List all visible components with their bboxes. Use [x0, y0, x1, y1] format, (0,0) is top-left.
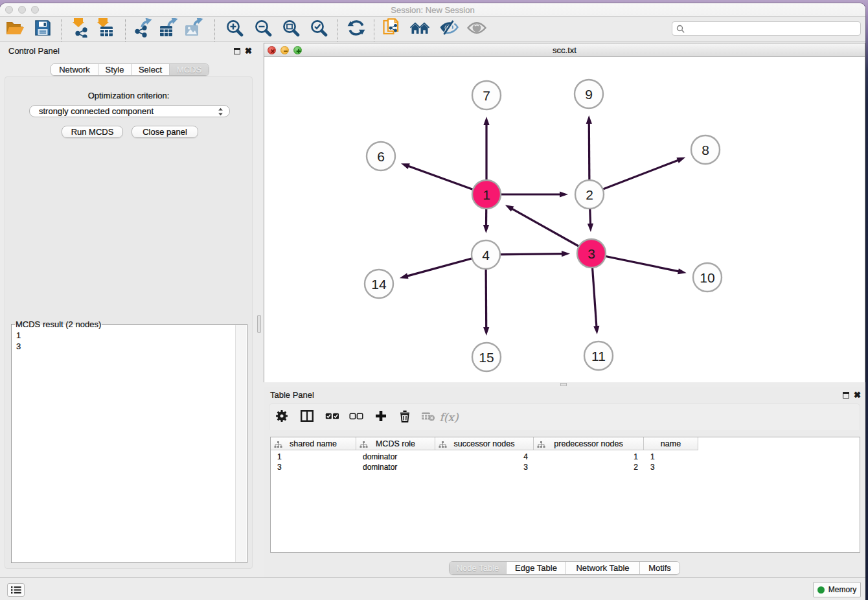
function-builder-icon: f(x) [439, 412, 458, 423]
control-panel: Control Panel ✖ NetworkStyleSelectMCDS O… [0, 42, 255, 577]
graph-node-label-9: 9 [585, 87, 593, 102]
table-panel-float-button[interactable] [843, 392, 849, 398]
tab-motifs[interactable]: Motifs [640, 562, 680, 574]
select-all-icon [325, 411, 339, 422]
main-toolbar [0, 17, 865, 42]
toolbar-separator [337, 19, 338, 41]
horizontal-splitter[interactable] [264, 382, 863, 387]
run-mcds-button[interactable]: Run MCDS [62, 126, 123, 138]
edge-arrow-3-10 [678, 268, 687, 274]
zoom-fit-icon [282, 28, 300, 39]
export-image-button[interactable] [183, 18, 204, 40]
export-network-button[interactable] [133, 18, 154, 40]
refresh-button[interactable] [347, 19, 366, 40]
deselect-all-button[interactable] [349, 411, 363, 423]
list-icon [11, 586, 21, 594]
import-table-icon [95, 29, 115, 40]
tab-style[interactable]: Style [98, 64, 131, 75]
edge-arrow-2-3 [588, 224, 593, 232]
mcds-result-list[interactable]: 13 [12, 330, 236, 562]
settings-button[interactable] [275, 410, 288, 425]
toolbar-separator [374, 19, 374, 41]
search-input[interactable] [688, 23, 856, 34]
network-window-title: scc.txt [264, 45, 865, 55]
zoom-fit-button[interactable] [282, 19, 300, 40]
add-row-button[interactable] [375, 410, 387, 424]
memory-button[interactable]: Memory [813, 582, 861, 597]
tab-select[interactable]: Select [131, 64, 170, 75]
memory-label: Memory [828, 585, 856, 594]
tab-network-table[interactable]: Network Table [566, 562, 640, 574]
vertical-splitter-handle[interactable] [257, 315, 261, 333]
zoom-selected-button[interactable] [310, 19, 328, 40]
table-cell[interactable]: 4 [435, 452, 528, 462]
column-header-label: predecessor nodes [534, 439, 643, 448]
import-table-button[interactable] [95, 18, 115, 40]
column-header-name[interactable]: name [644, 437, 698, 450]
select-all-button[interactable] [325, 411, 339, 423]
table-cell[interactable]: 3 [650, 462, 698, 472]
export-table-button[interactable] [158, 18, 179, 40]
hide-panel-button[interactable] [439, 19, 459, 39]
combo-arrows-icon [218, 107, 223, 117]
home-icon [409, 27, 430, 38]
network-window-titlebar[interactable]: scc.txt [264, 43, 865, 57]
network-canvas[interactable]: 1234678910111415 [264, 58, 865, 382]
control-panel-close-button[interactable]: ✖ [245, 48, 252, 54]
table-cell[interactable]: 1 [277, 452, 356, 462]
search-icon [676, 25, 685, 34]
show-panel-button[interactable] [467, 21, 486, 38]
import-network-button[interactable] [70, 18, 89, 40]
zoom-out-button[interactable] [254, 19, 272, 40]
vertical-splitter[interactable] [255, 42, 264, 577]
save-session-button[interactable] [34, 19, 52, 40]
column-header-MCDS-role[interactable]: MCDS role [356, 437, 435, 450]
tab-mcds[interactable]: MCDS [170, 64, 209, 75]
column-header-successor-nodes[interactable]: successor nodes [435, 437, 534, 450]
delete-row-button[interactable] [399, 410, 411, 425]
graph-node-label-14: 14 [371, 277, 387, 292]
zoom-in-button[interactable] [225, 19, 244, 40]
table-cell[interactable]: 1 [650, 452, 698, 462]
table-cell[interactable]: 1 [534, 452, 638, 462]
table-cell[interactable]: dominator [363, 462, 435, 472]
optimization-criterion-label: Optimization criterion: [5, 91, 252, 100]
tab-edge-table[interactable]: Edge Table [507, 562, 566, 574]
split-view-icon [301, 413, 314, 424]
column-header-shared-name[interactable]: shared name [271, 437, 356, 450]
table-cell[interactable]: 3 [435, 462, 528, 472]
delete-table-button[interactable] [421, 411, 435, 424]
open-session-button[interactable] [5, 19, 25, 40]
mcds-result-scrollbar[interactable] [235, 325, 246, 562]
edge-arrow-3-11 [593, 326, 599, 334]
home-button[interactable] [409, 19, 430, 39]
table-panel-close-button[interactable]: ✖ [854, 392, 861, 398]
close-panel-button[interactable]: Close panel [131, 126, 198, 138]
first-neighbors-button[interactable] [382, 17, 402, 41]
optimization-criterion-select[interactable]: strongly connected component [29, 105, 230, 117]
table-cell[interactable]: dominator [363, 452, 435, 462]
mcds-result-item[interactable]: 3 [12, 341, 236, 352]
search-box[interactable] [672, 21, 861, 36]
function-builder-button[interactable]: f(x) [439, 411, 458, 424]
column-header-predecessor-nodes[interactable]: predecessor nodes [534, 437, 644, 450]
tab-node-table[interactable]: Node Table [450, 562, 507, 574]
edge-arrow-1-2 [560, 191, 568, 197]
zoom-in-icon [225, 28, 244, 39]
mcds-result-item[interactable]: 1 [12, 330, 236, 341]
delete-row-icon [399, 413, 411, 424]
task-history-button[interactable] [7, 583, 25, 597]
control-panel-float-button[interactable] [234, 48, 240, 54]
table-cell[interactable]: 2 [534, 462, 638, 472]
tab-network[interactable]: Network [51, 64, 98, 75]
table-cell[interactable]: 3 [277, 462, 356, 472]
export-network-icon [133, 29, 154, 40]
add-row-icon [375, 413, 387, 424]
zoom-selected-icon [310, 28, 328, 39]
network-window: scc.txt 1234678910111415 [264, 43, 865, 382]
split-view-button[interactable] [301, 410, 314, 424]
horizontal-splitter-handle[interactable] [560, 383, 567, 386]
column-header-label: name [644, 439, 698, 448]
column-header-label: MCDS role [356, 439, 435, 448]
node-table[interactable]: shared name MCDS role successor nodes pr… [270, 437, 860, 553]
